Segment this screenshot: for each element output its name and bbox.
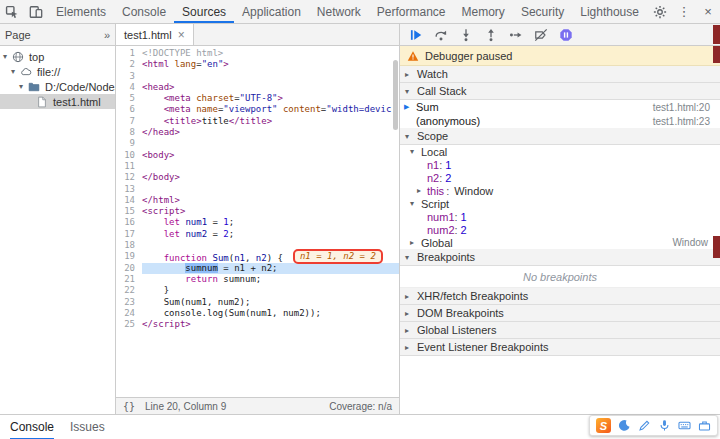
- tree-item-top[interactable]: ▾top: [0, 49, 115, 64]
- code-text[interactable]: <meta name="viewport" content="width=dev…: [142, 104, 399, 115]
- inspect-icon[interactable]: [0, 0, 24, 23]
- panel-tab-application[interactable]: Application: [234, 0, 309, 23]
- code-text[interactable]: </body>: [142, 172, 399, 183]
- panel-tab-lighthouse[interactable]: Lighthouse: [572, 0, 647, 23]
- line-number[interactable]: 24: [116, 308, 142, 319]
- drawer-tab-issues[interactable]: Issues: [70, 415, 105, 439]
- panel-tab-elements[interactable]: Elements: [48, 0, 114, 23]
- code-text[interactable]: <!DOCTYPE html>: [142, 48, 399, 59]
- code-text[interactable]: </script>: [142, 319, 399, 330]
- section-call-stack[interactable]: ▾Call Stack: [400, 83, 720, 100]
- line-number[interactable]: 3: [116, 71, 142, 82]
- line-number[interactable]: 20: [116, 263, 142, 274]
- code-text[interactable]: sumnum = n1 + n2;: [142, 263, 399, 274]
- more-tabs-icon[interactable]: »: [104, 29, 110, 41]
- code-text[interactable]: </head>: [142, 127, 399, 138]
- debugger-step-out-icon[interactable]: [484, 28, 498, 42]
- line-number[interactable]: 11: [116, 161, 142, 172]
- code-text[interactable]: let num1 = 1;: [142, 217, 399, 228]
- section-global-listeners[interactable]: ▸Global Listeners: [400, 322, 720, 339]
- drawer-tab-console[interactable]: Console: [10, 415, 54, 439]
- debugger-deactivate-breakpoints-icon[interactable]: [534, 28, 548, 42]
- section-breakpoints[interactable]: ▾Breakpoints: [400, 249, 720, 266]
- panel-tab-console[interactable]: Console: [114, 0, 174, 23]
- code-text[interactable]: <head>: [142, 82, 399, 93]
- code-text[interactable]: [142, 138, 399, 149]
- tree-item-test1-html[interactable]: test1.html: [0, 94, 115, 109]
- panel-tab-memory[interactable]: Memory: [454, 0, 513, 23]
- tree-item-file[interactable]: ▾file://: [0, 64, 115, 79]
- debugger-pause-on-exceptions-icon[interactable]: [559, 28, 573, 42]
- close-devtools-icon[interactable]: ×: [696, 0, 720, 23]
- code-text[interactable]: <meta charset="UTF-8">: [142, 93, 399, 104]
- sogou-logo-icon[interactable]: S: [596, 418, 611, 433]
- close-tab-icon[interactable]: ×: [178, 28, 185, 42]
- code-text[interactable]: let num2 = 2;: [142, 229, 399, 240]
- call-stack-frame-anonymous[interactable]: (anonymous)test1.html:23: [400, 114, 720, 128]
- line-number[interactable]: 25: [116, 319, 142, 330]
- ime-toolbox-icon[interactable]: [698, 419, 711, 432]
- ime-moon-icon[interactable]: [618, 419, 631, 432]
- code-text[interactable]: }: [142, 285, 399, 296]
- scope-group-local[interactable]: ▾Local: [400, 145, 720, 158]
- line-number[interactable]: 9: [116, 138, 142, 149]
- line-number[interactable]: 19: [116, 251, 142, 262]
- panel-tab-sources[interactable]: Sources: [174, 0, 234, 23]
- scope-group-global[interactable]: ▸GlobalWindow: [400, 236, 720, 249]
- navigator-tab-page[interactable]: Page: [5, 29, 31, 41]
- sidebar-scrollbar[interactable]: [713, 24, 720, 414]
- code-text[interactable]: function Sum(n1, n2) {n1 = 1, n2 = 2: [142, 251, 399, 262]
- panel-tab-security[interactable]: Security: [513, 0, 572, 23]
- code-text[interactable]: [142, 71, 399, 82]
- debugger-step-icon[interactable]: [509, 28, 523, 42]
- line-number[interactable]: 7: [116, 116, 142, 127]
- ime-mic-icon[interactable]: [658, 419, 671, 432]
- code-text[interactable]: console.log(Sum(num1, num2));: [142, 308, 399, 319]
- code-text[interactable]: [142, 161, 399, 172]
- scrollbar-thumb[interactable]: [713, 46, 720, 63]
- tree-item-d-code-nodejs[interactable]: ▾D:/Code/NodeJS: [0, 79, 115, 94]
- editor-scrollbar[interactable]: [393, 60, 398, 130]
- code-text[interactable]: </html>: [142, 195, 399, 206]
- line-number[interactable]: 4: [116, 82, 142, 93]
- ime-pen-icon[interactable]: [638, 419, 651, 432]
- line-number[interactable]: 15: [116, 206, 142, 217]
- device-toolbar-icon[interactable]: [24, 0, 48, 23]
- scope-variable-this[interactable]: ▸this:Window: [400, 184, 720, 197]
- line-number[interactable]: 8: [116, 127, 142, 138]
- line-number[interactable]: 23: [116, 297, 142, 308]
- line-number[interactable]: 10: [116, 150, 142, 161]
- pretty-print-button[interactable]: {}: [123, 401, 135, 412]
- code-text[interactable]: [142, 184, 399, 195]
- scrollbar-thumb[interactable]: [713, 25, 720, 44]
- code-text[interactable]: <script>: [142, 206, 399, 217]
- section-scope[interactable]: ▾Scope: [400, 128, 720, 145]
- line-number[interactable]: 5: [116, 93, 142, 104]
- code-text[interactable]: Sum(num1, num2);: [142, 297, 399, 308]
- line-number[interactable]: 18: [116, 240, 142, 251]
- line-number[interactable]: 14: [116, 195, 142, 206]
- section-event-listener-breakpoints[interactable]: ▸Event Listener Breakpoints: [400, 339, 720, 356]
- settings-gear-icon[interactable]: [648, 0, 672, 23]
- section-xhr-fetch-breakpoints[interactable]: ▸XHR/fetch Breakpoints: [400, 288, 720, 305]
- line-number[interactable]: 12: [116, 172, 142, 183]
- debugger-step-into-icon[interactable]: [459, 28, 473, 42]
- code-text[interactable]: <html lang="en">: [142, 59, 399, 70]
- line-number[interactable]: 16: [116, 217, 142, 228]
- scope-group-script[interactable]: ▾Script: [400, 197, 720, 210]
- line-number[interactable]: 22: [116, 285, 142, 296]
- ime-keyboard-icon[interactable]: [678, 419, 691, 432]
- line-number[interactable]: 13: [116, 184, 142, 195]
- panel-tab-network[interactable]: Network: [309, 0, 369, 23]
- line-number[interactable]: 17: [116, 229, 142, 240]
- section-dom-breakpoints[interactable]: ▸DOM Breakpoints: [400, 305, 720, 322]
- kebab-menu-icon[interactable]: ⋮: [672, 0, 696, 23]
- line-number[interactable]: 6: [116, 104, 142, 115]
- line-number[interactable]: 1: [116, 48, 142, 59]
- debugger-step-over-icon[interactable]: [434, 28, 448, 42]
- code-text[interactable]: <title>title</title>: [142, 116, 399, 127]
- code-text[interactable]: <body>: [142, 150, 399, 161]
- line-number[interactable]: 2: [116, 59, 142, 70]
- section-watch[interactable]: ▸Watch: [400, 66, 720, 83]
- panel-tab-performance[interactable]: Performance: [369, 0, 454, 23]
